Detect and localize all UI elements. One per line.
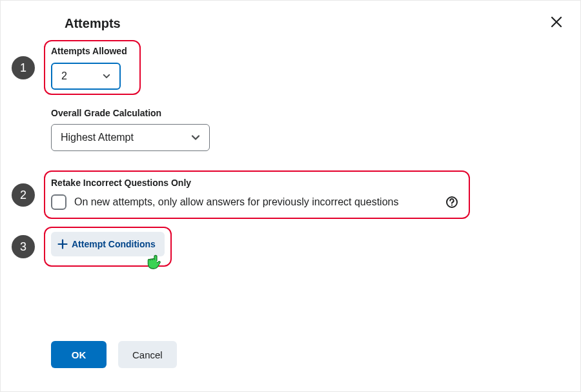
- grade-calc-value: Highest Attempt: [61, 132, 134, 143]
- retake-checkbox-row: On new attempts, only allow answers for …: [51, 194, 398, 210]
- ok-button[interactable]: OK: [51, 341, 107, 368]
- attempts-dialog: Attempts 1 2 3 Attempts Allowed 2 Overal…: [1, 1, 580, 391]
- dialog-title: Attempts: [65, 16, 121, 31]
- annotation-badge-3: 3: [12, 235, 35, 258]
- close-icon: [551, 16, 562, 28]
- close-button[interactable]: [551, 16, 562, 28]
- retake-checkbox[interactable]: [51, 194, 66, 210]
- grade-calc-label: Overall Grade Calculation: [51, 108, 161, 118]
- attempts-allowed-select[interactable]: 2: [51, 63, 121, 90]
- dialog-footer-actions: OK Cancel: [51, 341, 177, 368]
- attempts-allowed-label: Attempts Allowed: [51, 46, 127, 56]
- chevron-down-icon: [191, 133, 200, 142]
- plus-icon: [57, 239, 68, 249]
- help-icon: [446, 196, 458, 208]
- retake-checkbox-label: On new attempts, only allow answers for …: [74, 196, 398, 208]
- grade-calc-select[interactable]: Highest Attempt: [51, 124, 210, 151]
- annotation-badge-2: 2: [12, 183, 35, 207]
- attempt-conditions-button[interactable]: Attempt Conditions: [51, 232, 165, 256]
- help-button[interactable]: [446, 196, 458, 208]
- cancel-button[interactable]: Cancel: [118, 341, 177, 368]
- svg-point-1: [451, 205, 453, 206]
- attempts-allowed-value: 2: [61, 70, 67, 82]
- retake-section-label: Retake Incorrect Questions Only: [51, 178, 191, 188]
- chevron-down-icon: [103, 72, 110, 80]
- attempt-conditions-label: Attempt Conditions: [72, 239, 156, 249]
- annotation-badge-1: 1: [12, 56, 35, 79]
